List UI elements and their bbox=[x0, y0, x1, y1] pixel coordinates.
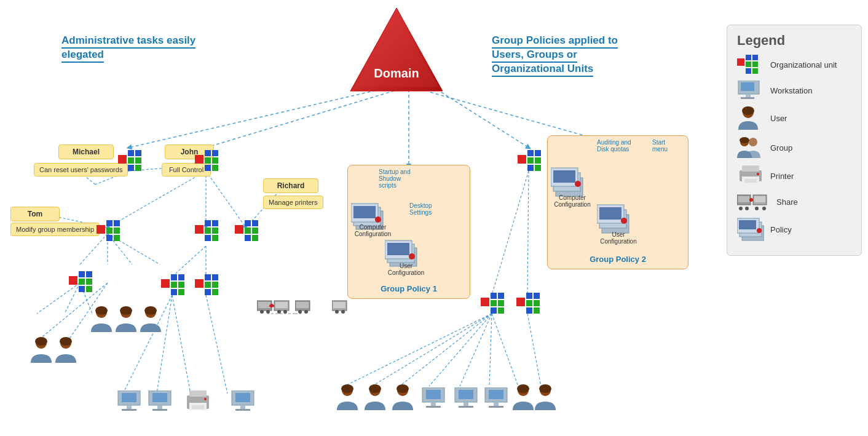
main-canvas: Administrative tasks easily elegated Gro… bbox=[0, 0, 868, 436]
legend-item-printer: Printer bbox=[737, 165, 851, 186]
svg-rect-58 bbox=[106, 220, 112, 226]
svg-rect-146 bbox=[235, 409, 250, 411]
svg-rect-43 bbox=[118, 155, 127, 164]
ou-icon-mid1 bbox=[97, 220, 124, 244]
svg-line-21 bbox=[172, 246, 206, 277]
svg-rect-95 bbox=[205, 282, 211, 288]
svg-rect-200 bbox=[489, 390, 503, 399]
user-icon-r5 bbox=[535, 384, 556, 410]
svg-rect-231 bbox=[754, 196, 765, 202]
legend-title: Legend bbox=[737, 33, 851, 49]
ws-icon-r2 bbox=[454, 387, 481, 411]
svg-rect-63 bbox=[114, 235, 120, 241]
svg-rect-49 bbox=[135, 165, 141, 171]
domain-container: Domain bbox=[347, 5, 446, 97]
svg-rect-131 bbox=[122, 393, 136, 402]
richard-label: Richard bbox=[263, 178, 318, 193]
richard-desc: Manage printers bbox=[263, 196, 323, 209]
share-icon-1 bbox=[257, 297, 290, 314]
gp2-title: Group Policy 2 bbox=[553, 255, 683, 264]
svg-line-26 bbox=[206, 295, 227, 394]
legend-user-icon bbox=[737, 106, 764, 130]
svg-rect-226 bbox=[744, 179, 757, 183]
user-icon-4 bbox=[31, 337, 52, 363]
svg-line-1 bbox=[206, 89, 400, 148]
domain-triangle-svg: Domain bbox=[347, 5, 446, 94]
svg-text:Domain: Domain bbox=[374, 66, 419, 80]
printer-icon-1 bbox=[184, 390, 211, 414]
svg-rect-75 bbox=[252, 228, 258, 234]
svg-rect-224 bbox=[742, 165, 759, 172]
ou-icon-mid3 bbox=[235, 220, 262, 244]
svg-rect-107 bbox=[491, 293, 497, 299]
svg-point-188 bbox=[369, 384, 381, 393]
svg-point-153 bbox=[277, 310, 281, 314]
gp1-box: ComputerConfiguration UserConfiguration … bbox=[347, 165, 470, 299]
svg-rect-83 bbox=[79, 286, 85, 292]
svg-line-34 bbox=[489, 314, 492, 386]
gp2-uc-label: UserConfiguration bbox=[597, 231, 640, 245]
svg-rect-149 bbox=[258, 302, 270, 308]
svg-point-222 bbox=[749, 138, 757, 146]
svg-rect-197 bbox=[464, 402, 468, 406]
svg-rect-103 bbox=[535, 157, 541, 164]
svg-point-156 bbox=[270, 304, 274, 307]
svg-rect-79 bbox=[79, 271, 85, 277]
svg-rect-72 bbox=[245, 220, 251, 226]
legend-policy-label: Policy bbox=[770, 225, 792, 234]
svg-rect-70 bbox=[212, 235, 218, 241]
svg-rect-86 bbox=[171, 274, 177, 280]
share-icon-3 bbox=[332, 297, 359, 314]
svg-point-121 bbox=[95, 306, 108, 315]
svg-point-174 bbox=[409, 253, 415, 260]
svg-line-27 bbox=[492, 171, 529, 295]
svg-point-169 bbox=[375, 216, 381, 223]
svg-point-204 bbox=[517, 384, 529, 393]
svg-rect-133 bbox=[122, 409, 136, 411]
svg-rect-52 bbox=[212, 150, 218, 156]
svg-rect-212 bbox=[746, 68, 751, 74]
legend-item-group: Group bbox=[737, 136, 851, 159]
svg-point-186 bbox=[341, 384, 353, 393]
share-icon-2 bbox=[295, 297, 328, 314]
gp1-title: Group Policy 1 bbox=[353, 284, 465, 293]
svg-rect-132 bbox=[127, 405, 132, 409]
svg-rect-55 bbox=[205, 165, 211, 171]
svg-rect-94 bbox=[212, 274, 218, 280]
svg-rect-97 bbox=[205, 289, 211, 295]
svg-point-154 bbox=[283, 310, 287, 314]
svg-rect-111 bbox=[491, 307, 497, 314]
svg-point-221 bbox=[740, 137, 749, 143]
svg-rect-44 bbox=[128, 150, 134, 156]
svg-rect-230 bbox=[738, 196, 749, 202]
svg-rect-65 bbox=[205, 220, 211, 226]
svg-point-184 bbox=[621, 218, 627, 224]
svg-rect-45 bbox=[135, 150, 141, 156]
ou-icon-mid2 bbox=[195, 220, 222, 244]
svg-rect-196 bbox=[459, 390, 473, 399]
ou-icon-bot1 bbox=[69, 271, 96, 295]
svg-rect-96 bbox=[212, 282, 218, 288]
michael-desc: Can reset users' passwords bbox=[34, 163, 128, 176]
ou-icon-right1 bbox=[518, 150, 545, 173]
svg-point-233 bbox=[745, 207, 749, 210]
ws-icon-3 bbox=[231, 390, 258, 414]
user-icon-r1 bbox=[337, 384, 358, 410]
svg-rect-116 bbox=[526, 300, 532, 306]
gp1-desktop-label: DesktopSettings bbox=[409, 202, 471, 216]
svg-rect-208 bbox=[746, 55, 751, 60]
svg-point-237 bbox=[749, 198, 753, 202]
tom-label: Tom bbox=[10, 207, 60, 221]
svg-rect-118 bbox=[526, 307, 532, 314]
svg-point-163 bbox=[335, 310, 339, 314]
svg-rect-85 bbox=[161, 279, 170, 288]
svg-point-159 bbox=[298, 310, 302, 314]
svg-line-32 bbox=[429, 314, 492, 386]
svg-rect-50 bbox=[195, 155, 203, 164]
user-icon-r2 bbox=[365, 384, 385, 410]
svg-line-36 bbox=[527, 314, 541, 386]
svg-point-152 bbox=[266, 310, 270, 314]
svg-rect-145 bbox=[240, 405, 245, 409]
svg-point-219 bbox=[742, 106, 754, 115]
gp2-startmenu-label: Startmenu bbox=[652, 139, 689, 153]
